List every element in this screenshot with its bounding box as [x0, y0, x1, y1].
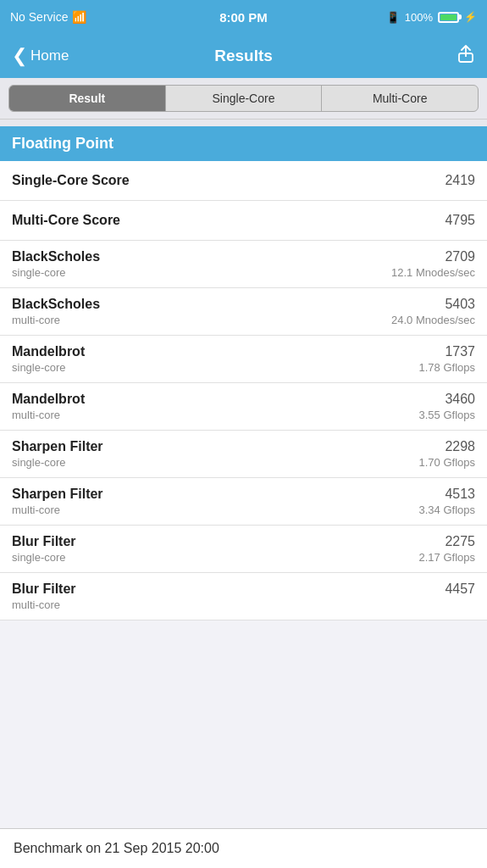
bench-right: 1737 1.78 Gflops	[419, 344, 476, 374]
bench-name: BlackScholes	[12, 297, 100, 312]
carrier-text: No Service	[10, 10, 68, 24]
bench-score: 3460	[419, 392, 476, 407]
back-button[interactable]: ❮ Home	[12, 47, 69, 65]
bench-right: 5403 24.0 Mnodes/sec	[391, 297, 475, 326]
bench-score: 4457	[445, 581, 475, 597]
bench-left: Mandelbrot single-core	[12, 344, 85, 374]
bench-unit: 3.55 Gflops	[419, 409, 476, 421]
bench-score: 2298	[419, 439, 476, 454]
bench-name: Blur Filter	[12, 581, 76, 597]
single-core-score-row: Single-Core Score 2419	[0, 161, 487, 201]
bench-row: Mandelbrot single-core 1737 1.78 Gflops	[0, 336, 487, 383]
segment-result[interactable]: Result	[9, 86, 166, 111]
footer-text: Benchmark on 21 Sep 2015 20:00	[14, 841, 219, 855]
section-title: Floating Point	[12, 135, 113, 152]
bench-left: Blur Filter single-core	[12, 534, 76, 564]
bench-score: 2275	[419, 534, 476, 549]
share-button[interactable]	[457, 45, 475, 68]
status-time: 8:00 PM	[219, 10, 268, 25]
bench-unit: 1.70 Gflops	[419, 456, 476, 469]
status-right-area: 📱 100% ⚡	[386, 11, 477, 24]
bluetooth-icon: 📱	[386, 11, 400, 24]
bench-sub: single-core	[12, 551, 76, 564]
footer: Benchmark on 21 Sep 2015 20:00	[0, 828, 487, 868]
bench-score: 1737	[419, 344, 476, 359]
bench-left: Mandelbrot multi-core	[12, 392, 85, 421]
bench-unit: 3.34 Gflops	[419, 504, 476, 516]
bench-right: 2709 12.1 Mnodes/sec	[391, 249, 475, 279]
bench-right: 2298 1.70 Gflops	[419, 439, 476, 469]
bench-sub: multi-core	[12, 504, 103, 516]
bench-row: Mandelbrot multi-core 3460 3.55 Gflops	[0, 383, 487, 431]
back-label: Home	[30, 47, 69, 64]
status-bar: No Service 📶 8:00 PM 📱 100% ⚡	[0, 0, 487, 34]
bench-row: BlackScholes multi-core 5403 24.0 Mnodes…	[0, 288, 487, 336]
multi-core-score-row: Multi-Core Score 4795	[0, 201, 487, 241]
bench-right: 2275 2.17 Gflops	[419, 534, 476, 564]
bench-score: 5403	[391, 297, 475, 312]
bench-right: 4513 3.34 Gflops	[419, 487, 476, 516]
wifi-icon: 📶	[72, 10, 86, 24]
bench-name: Mandelbrot	[12, 344, 85, 359]
bench-row: BlackScholes single-core 2709 12.1 Mnode…	[0, 241, 487, 288]
bench-left: Sharpen Filter single-core	[12, 439, 103, 469]
bench-row: Sharpen Filter single-core 2298 1.70 Gfl…	[0, 431, 487, 478]
bench-score: 4513	[419, 487, 476, 502]
segment-single-core[interactable]: Single-Core	[166, 86, 323, 111]
section-header-floating-point: Floating Point	[0, 126, 487, 161]
bench-left: Blur Filter multi-core	[12, 581, 76, 611]
top-divider	[0, 120, 487, 126]
bench-right: 4457	[445, 581, 475, 598]
bench-left: BlackScholes single-core	[12, 249, 100, 279]
bench-sub: single-core	[12, 456, 103, 469]
bench-sub: multi-core	[12, 598, 76, 611]
bench-name: Sharpen Filter	[12, 487, 103, 502]
bench-sub: multi-core	[12, 314, 100, 326]
bench-name: Mandelbrot	[12, 392, 85, 407]
status-carrier-area: No Service 📶	[10, 10, 86, 24]
bench-unit: 12.1 Mnodes/sec	[391, 266, 475, 279]
bench-unit: 2.17 Gflops	[419, 551, 476, 564]
back-arrow-icon: ❮	[12, 47, 27, 65]
charge-icon: ⚡	[464, 11, 477, 23]
bench-name: Blur Filter	[12, 534, 76, 549]
bench-name: BlackScholes	[12, 249, 100, 264]
bench-row: Sharpen Filter multi-core 4513 3.34 Gflo…	[0, 478, 487, 526]
battery-icon	[438, 12, 459, 23]
multi-core-score-label: Multi-Core Score	[12, 213, 120, 228]
bench-score: 2709	[391, 249, 475, 264]
bench-name: Sharpen Filter	[12, 439, 103, 454]
bench-right: 3460 3.55 Gflops	[419, 392, 476, 421]
bench-left: Sharpen Filter multi-core	[12, 487, 103, 516]
bench-sub: single-core	[12, 266, 100, 279]
bench-row: Blur Filter single-core 2275 2.17 Gflops	[0, 526, 487, 573]
bench-row: Blur Filter multi-core 4457	[0, 573, 487, 620]
segment-multi-core[interactable]: Multi-Core	[322, 86, 478, 111]
segment-control: Result Single-Core Multi-Core	[8, 85, 479, 112]
battery-percent: 100%	[405, 11, 433, 24]
single-core-score-value: 2419	[445, 173, 475, 188]
multi-core-score-value: 4795	[445, 213, 475, 228]
nav-title: Results	[214, 47, 273, 65]
bench-sub: single-core	[12, 361, 85, 374]
bench-unit: 1.78 Gflops	[419, 361, 476, 374]
single-core-score-label: Single-Core Score	[12, 173, 130, 188]
bench-sub: multi-core	[12, 409, 85, 421]
bench-left: BlackScholes multi-core	[12, 297, 100, 326]
segment-bar: Result Single-Core Multi-Core	[0, 78, 487, 120]
nav-bar: ❮ Home Results	[0, 34, 487, 78]
bench-unit: 24.0 Mnodes/sec	[391, 314, 475, 326]
